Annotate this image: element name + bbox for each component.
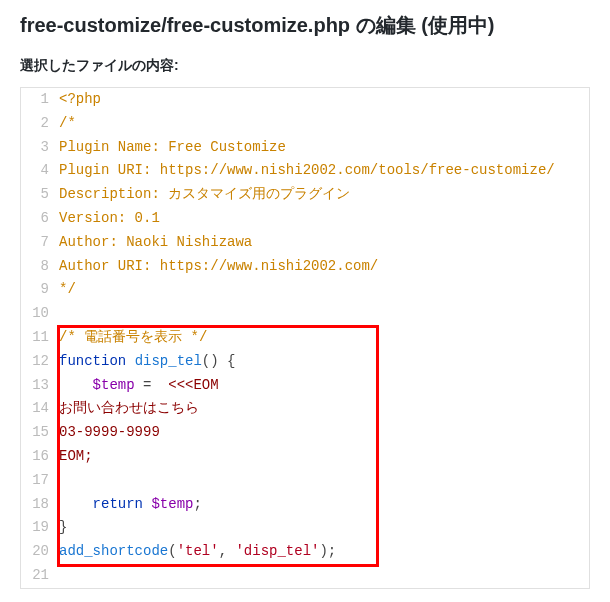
code-line[interactable]: 16EOM;: [21, 445, 589, 469]
line-number: 9: [21, 278, 57, 302]
line-number: 13: [21, 374, 57, 398]
code-content[interactable]: [57, 564, 59, 588]
line-number: 12: [21, 350, 57, 374]
code-line[interactable]: 1<?php: [21, 88, 589, 112]
code-content[interactable]: /*: [57, 112, 76, 136]
line-number: 5: [21, 183, 57, 207]
code-line[interactable]: 2/*: [21, 112, 589, 136]
line-number: 15: [21, 421, 57, 445]
code-line[interactable]: 9*/: [21, 278, 589, 302]
code-line[interactable]: 3Plugin Name: Free Customize: [21, 136, 589, 160]
code-content[interactable]: */: [57, 278, 76, 302]
code-line[interactable]: 8Author URI: https://www.nishi2002.com/: [21, 255, 589, 279]
code-line[interactable]: 10: [21, 302, 589, 326]
line-number: 17: [21, 469, 57, 493]
line-number: 11: [21, 326, 57, 350]
code-content[interactable]: Plugin Name: Free Customize: [57, 136, 286, 160]
page-title: free-customize/free-customize.php の編集 (使…: [20, 12, 590, 39]
code-line[interactable]: 6Version: 0.1: [21, 207, 589, 231]
code-line[interactable]: 21: [21, 564, 589, 588]
line-number: 10: [21, 302, 57, 326]
code-line[interactable]: 20add_shortcode('tel', 'disp_tel');: [21, 540, 589, 564]
line-number: 21: [21, 564, 57, 588]
code-content[interactable]: お問い合わせはこちら: [57, 397, 199, 421]
line-number: 16: [21, 445, 57, 469]
code-content[interactable]: 03-9999-9999: [57, 421, 160, 445]
code-line[interactable]: 1503-9999-9999: [21, 421, 589, 445]
code-content[interactable]: Author URI: https://www.nishi2002.com/: [57, 255, 378, 279]
code-content[interactable]: add_shortcode('tel', 'disp_tel');: [57, 540, 336, 564]
line-number: 3: [21, 136, 57, 160]
line-number: 14: [21, 397, 57, 421]
code-content[interactable]: <?php: [57, 88, 101, 112]
code-content[interactable]: Version: 0.1: [57, 207, 160, 231]
code-line[interactable]: 7Author: Naoki Nishizawa: [21, 231, 589, 255]
line-number: 4: [21, 159, 57, 183]
code-line[interactable]: 18 return $temp;: [21, 493, 589, 517]
code-content[interactable]: }: [57, 516, 67, 540]
code-content[interactable]: [57, 302, 59, 326]
editor-subtitle: 選択したファイルの内容:: [20, 57, 590, 75]
code-editor[interactable]: 1<?php2/*3Plugin Name: Free Customize4Pl…: [20, 87, 590, 589]
code-content[interactable]: Plugin URI: https://www.nishi2002.com/to…: [57, 159, 555, 183]
code-content[interactable]: /* 電話番号を表示 */: [57, 326, 207, 350]
line-number: 1: [21, 88, 57, 112]
code-content[interactable]: [57, 469, 59, 493]
line-number: 6: [21, 207, 57, 231]
code-line[interactable]: 12function disp_tel() {: [21, 350, 589, 374]
code-content[interactable]: Description: カスタマイズ用のプラグイン: [57, 183, 350, 207]
code-content[interactable]: EOM;: [57, 445, 93, 469]
code-content[interactable]: function disp_tel() {: [57, 350, 235, 374]
code-line[interactable]: 19}: [21, 516, 589, 540]
code-content[interactable]: Author: Naoki Nishizawa: [57, 231, 252, 255]
line-number: 20: [21, 540, 57, 564]
line-number: 2: [21, 112, 57, 136]
code-line[interactable]: 17: [21, 469, 589, 493]
line-number: 19: [21, 516, 57, 540]
code-content[interactable]: return $temp;: [57, 493, 202, 517]
line-number: 7: [21, 231, 57, 255]
code-content[interactable]: $temp = <<<EOM: [57, 374, 219, 398]
code-line[interactable]: 4Plugin URI: https://www.nishi2002.com/t…: [21, 159, 589, 183]
code-line[interactable]: 13 $temp = <<<EOM: [21, 374, 589, 398]
line-number: 18: [21, 493, 57, 517]
code-line[interactable]: 5Description: カスタマイズ用のプラグイン: [21, 183, 589, 207]
line-number: 8: [21, 255, 57, 279]
code-line[interactable]: 11/* 電話番号を表示 */: [21, 326, 589, 350]
code-line[interactable]: 14お問い合わせはこちら: [21, 397, 589, 421]
